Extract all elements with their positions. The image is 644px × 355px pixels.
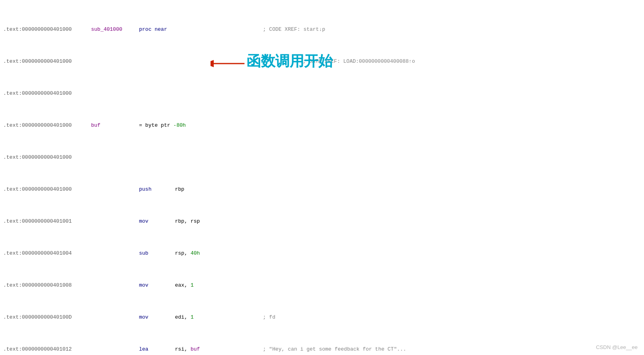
watermark: CSDN @Lee__ee (596, 344, 638, 350)
code-line-mov-rbp-rsp: .text:0000000000401001 mov rbp, rsp (0, 217, 644, 225)
code-line-push-rbp: .text:0000000000401000 push rbp (0, 185, 644, 193)
code-line-mov-edi-1: .text:000000000040100D mov edi, 1 ; fd (0, 313, 644, 321)
code-line-lea-rsi-buf: .text:0000000000401012 lea rsi, buf ; "H… (0, 345, 644, 353)
code-line-4: .text:0000000000401000 buf = byte ptr -8… (0, 122, 644, 130)
code-line-sub-rsp: .text:0000000000401004 sub rsp, 40h (0, 249, 644, 257)
code-line-1: .text:0000000000401000 sub_401000 proc n… (0, 26, 644, 34)
code-line-2: .text:0000000000401000 ; DATA XREF: LOAD… (0, 58, 644, 66)
disassembly-view: .text:0000000000401000 sub_401000 proc n… (0, 0, 644, 355)
code-line-3: .text:0000000000401000 (0, 90, 644, 98)
code-line-5: .text:0000000000401000 (0, 154, 644, 162)
code-line-mov-eax-1: .text:0000000000401008 mov eax, 1 (0, 281, 644, 289)
